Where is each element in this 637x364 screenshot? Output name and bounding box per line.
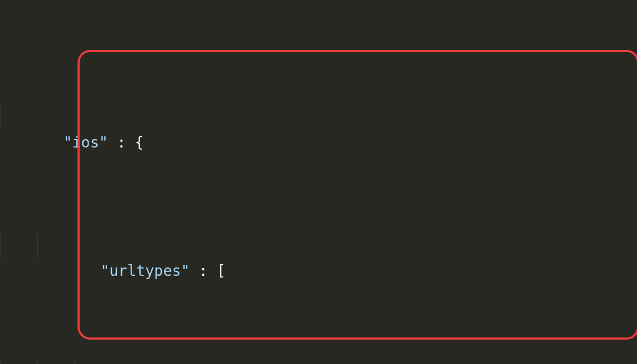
code-editor[interactable]: "ios" : { "urltypes" : [ { "urlschemes" … — [0, 0, 637, 364]
json-key-ios: "ios" — [63, 134, 108, 151]
code-line: { — [0, 361, 637, 364]
code-line: "urltypes" : [ — [0, 233, 637, 259]
code-line: "ios" : { — [0, 104, 637, 130]
json-key-urltypes: "urltypes" — [100, 262, 190, 280]
